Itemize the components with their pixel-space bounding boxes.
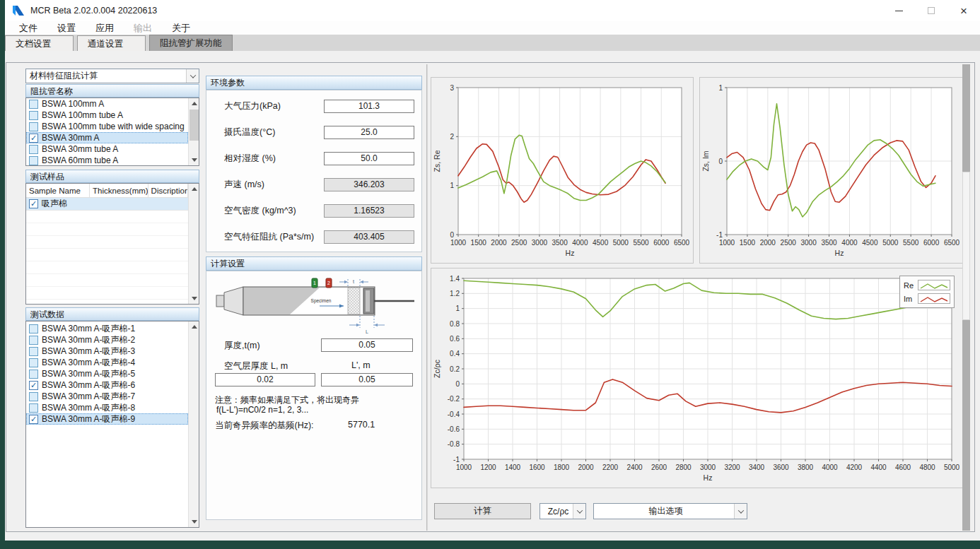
checkbox[interactable]: ✓ [29,134,38,143]
sample-table-header: 测试样品 [25,170,199,183]
svg-text:0.8: 0.8 [450,320,460,328]
maximize-button[interactable] [915,0,947,21]
svg-text:2800: 2800 [675,464,692,471]
checkbox[interactable] [29,156,38,165]
checkbox[interactable] [29,403,38,413]
svg-text:5000: 5000 [944,464,960,471]
list-item[interactable]: BSWA 30mm A-吸声棉-3 [26,346,188,357]
list-item[interactable]: BSWA 30mm tube A [26,143,188,155]
svg-text:1500: 1500 [740,239,756,247]
page-scrollbar-thumb[interactable] [962,172,970,320]
page-scrollbar[interactable] [962,64,970,531]
list-item-label: BSWA 100mm tube A [42,110,123,120]
env-field-input[interactable]: 25.0 [324,126,414,139]
env-field-input: 1.16523 [324,204,414,218]
checkbox[interactable] [29,358,38,367]
tab-0[interactable]: 文档设置 [5,35,74,51]
l-prime-input[interactable]: 0.05 [321,373,413,386]
scroll-down-icon[interactable] [189,155,199,165]
svg-text:1: 1 [718,84,723,92]
air-gap-input[interactable]: 0.02 [215,373,315,386]
list-item[interactable]: BSWA 30mm A-吸声棉-7 [26,391,188,402]
data-list: BSWA 30mm A-吸声棉-1BSWA 30mm A-吸声棉-2BSWA 3… [25,321,199,528]
sample-table-scrollbar[interactable] [188,184,199,304]
scrollbar-thumb[interactable] [189,110,199,141]
column-header[interactable]: Discription [148,184,188,197]
thickness-input[interactable]: 0.05 [321,338,413,352]
scroll-up-icon[interactable] [189,321,199,332]
svg-text:-0.8: -0.8 [448,440,460,448]
env-field-input[interactable]: 101.3 [324,100,414,113]
svg-text:3200: 3200 [724,464,740,471]
chart-canvas: 1000120014001600180020002200240026002800… [431,268,963,488]
checkbox[interactable] [29,324,38,333]
svg-text:1000: 1000 [456,464,472,471]
checkbox[interactable] [29,111,38,120]
menu-item-4[interactable]: 关于 [162,22,200,35]
empty-table-row [26,236,188,249]
quantity-dropdown[interactable]: Zc/ρc [539,503,586,519]
env-field-input[interactable]: 50.0 [324,152,414,165]
scroll-down-icon[interactable] [189,516,199,527]
calc-panel-body: 1 2 Specimen t [206,271,422,520]
air-gap-label: 空气层厚度 L, m [224,360,288,372]
scroll-up-icon[interactable] [189,98,199,109]
checkbox[interactable] [29,347,38,356]
column-header[interactable]: Thickness(mm) [90,184,148,197]
list-item[interactable]: BSWA 30mm A-吸声棉-5 [26,368,188,379]
tube-list-scrollbar[interactable] [188,98,199,165]
list-item[interactable]: BSWA 100mm A [26,98,188,110]
env-panel-header: 环境参数 [206,76,422,90]
list-item[interactable]: BSWA 30mm A-吸声棉-4 [26,357,188,368]
column-header[interactable]: Sample Name [26,184,90,197]
list-item[interactable]: BSWA 30mm A-吸声棉-2 [26,334,188,346]
list-item-label: BSWA 30mm A-吸声棉-1 [42,323,135,335]
checkbox[interactable] [29,145,38,154]
menu-item-0[interactable]: 文件 [9,22,47,35]
close-button[interactable]: × [947,0,980,21]
minimize-button[interactable] [882,0,915,21]
chevron-down-icon[interactable] [186,69,199,83]
checkbox[interactable] [29,122,38,131]
list-item[interactable]: BSWA 30mm A-吸声棉-1 [26,323,188,334]
svg-text:4500: 4500 [862,239,878,247]
tab-2[interactable]: 阻抗管扩展功能 [149,35,233,51]
data-list-scrollbar[interactable] [188,321,199,527]
menu-item-2[interactable]: 应用 [86,22,124,35]
checkbox[interactable]: ✓ [29,199,38,208]
checkbox[interactable] [29,100,38,109]
svg-text:0.4: 0.4 [450,350,460,358]
svg-text:2000: 2000 [578,464,594,471]
menu-item-1[interactable]: 设置 [47,22,86,35]
svg-text:3: 3 [450,84,454,92]
checkbox[interactable]: ✓ [29,381,38,390]
chevron-down-icon[interactable] [734,504,747,519]
quantity-dropdown-value: Zc/ρc [540,507,573,516]
table-row[interactable]: ✓吸声棉 [26,198,188,211]
env-field-row: 大气压力(kPa)101.3 [206,99,421,113]
chevron-down-icon[interactable] [573,504,585,519]
list-item-label: BSWA 30mm A-吸声棉-3 [42,346,135,358]
output-options-dropdown[interactable]: 输出选项 [593,503,747,519]
list-item[interactable]: ✓BSWA 30mm A-吸声棉-6 [26,379,188,391]
list-item[interactable]: BSWA 100mm tube A [26,110,188,121]
app-window: MCR Beta 2.02.0.004 20220613 × 文件设置应用输出关… [5,0,980,541]
list-item[interactable]: ✓BSWA 30mm A-吸声棉-9 [26,413,188,425]
checkbox[interactable] [29,392,38,401]
scroll-down-icon[interactable] [189,293,199,304]
svg-text:3500: 3500 [552,239,568,247]
list-item[interactable]: BSWA 60mm tube A [26,155,188,165]
svg-text:1: 1 [450,182,454,189]
scroll-up-icon[interactable] [189,184,199,194]
checkbox[interactable] [29,336,38,345]
list-item[interactable]: ✓BSWA 30mm A [26,132,188,143]
calc-type-dropdown[interactable]: 材料特征阻抗计算 [25,69,199,83]
list-item[interactable]: BSWA 30mm A-吸声棉-8 [26,402,188,413]
svg-text:3000: 3000 [532,239,548,247]
tab-1[interactable]: 通道设置 [77,35,146,51]
calculate-button[interactable]: 计算 [434,503,531,519]
svg-text:1: 1 [455,305,460,312]
checkbox[interactable]: ✓ [29,415,38,424]
list-item[interactable]: BSWA 100mm tube with wide spacing [26,121,188,132]
checkbox[interactable] [29,370,38,379]
